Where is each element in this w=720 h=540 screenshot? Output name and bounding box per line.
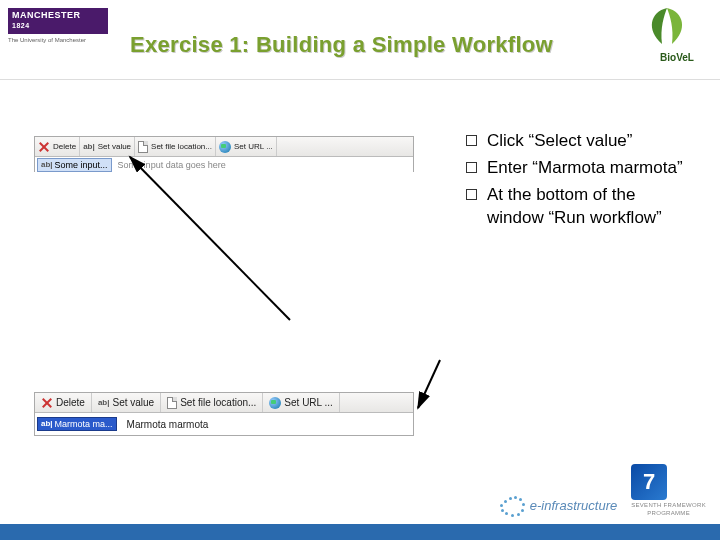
input-row: ab|Marmota ma... Marmota marmota: [35, 413, 413, 435]
toolbar: Delete ab|Set value Set file location...…: [35, 137, 413, 157]
delete-label: Delete: [53, 142, 76, 151]
dots-icon: [498, 494, 524, 516]
text-icon: ab|: [41, 159, 53, 171]
slide-title: Exercise 1: Building a Simple Workflow: [130, 32, 553, 58]
manchester-logo-title: MANCHESTER: [12, 10, 81, 20]
manchester-logo-sub: The University of Manchester: [8, 37, 108, 43]
input-port-tag[interactable]: ab|Marmota ma...: [37, 417, 117, 431]
footer-bar: [0, 524, 720, 540]
set-value-button[interactable]: ab|Set value: [80, 137, 135, 156]
set-value-button[interactable]: ab|Set value: [92, 393, 161, 412]
instructions-list: Click “Select value” Enter “Marmota marm…: [466, 130, 696, 234]
leaf-icon: [642, 6, 692, 46]
delete-icon: [41, 397, 53, 409]
input-port-label: Some input...: [55, 160, 108, 170]
set-file-button[interactable]: Set file location...: [161, 393, 263, 412]
globe-icon: [219, 141, 231, 153]
checkbox-icon: [466, 135, 477, 146]
input-port-label: Marmota ma...: [55, 419, 113, 429]
seventh-framework-logo: 7 SEVENTH FRAMEWORK PROGRAMME: [631, 464, 706, 516]
input-value: Marmota marmota: [119, 419, 209, 430]
seventh-framework-icon: 7: [631, 464, 667, 500]
list-item: At the bottom of the window “Run workflo…: [466, 184, 696, 230]
text-icon: ab|: [41, 418, 53, 430]
input-row: ab|Some input... Some input data goes he…: [35, 157, 413, 173]
input-port-tag[interactable]: ab|Some input...: [37, 158, 112, 172]
list-item: Click “Select value”: [466, 130, 696, 153]
biovel-logo: BioVeL: [642, 6, 712, 68]
delete-button[interactable]: Delete: [35, 393, 92, 412]
checkbox-icon: [466, 189, 477, 200]
set-file-label: Set file location...: [151, 142, 212, 151]
manchester-logo-year: 1824: [12, 22, 30, 29]
seventh-framework-programme: PROGRAMME: [631, 510, 706, 516]
set-url-button[interactable]: Set URL ...: [216, 137, 277, 156]
svg-line-1: [418, 360, 440, 408]
set-url-button[interactable]: Set URL ...: [263, 393, 340, 412]
instruction-text: Enter “Marmota marmota”: [487, 157, 683, 180]
instruction-text: Click “Select value”: [487, 130, 633, 153]
footer-logos: e-infrastructure 7 SEVENTH FRAMEWORK PRO…: [498, 464, 706, 516]
delete-icon: [38, 141, 50, 153]
text-icon: ab|: [83, 141, 95, 153]
checkbox-icon: [466, 162, 477, 173]
biovel-logo-text: BioVeL: [660, 52, 694, 63]
instruction-text: At the bottom of the window “Run workflo…: [487, 184, 696, 230]
set-file-label: Set file location...: [180, 397, 256, 408]
input-placeholder: Some input data goes here: [114, 160, 226, 170]
list-item: Enter “Marmota marmota”: [466, 157, 696, 180]
seven-digit: 7: [643, 469, 655, 495]
workflow-panel-after: Delete ab|Set value Set file location...…: [34, 392, 414, 436]
annotation-arrows: [0, 0, 720, 540]
set-value-label: Set value: [98, 142, 131, 151]
e-infrastructure-logo: e-infrastructure: [498, 494, 617, 516]
workflow-panel-before: Delete ab|Set value Set file location...…: [34, 136, 414, 172]
file-icon: [138, 141, 148, 153]
file-icon: [167, 397, 177, 409]
text-icon: ab|: [98, 397, 110, 409]
set-url-label: Set URL ...: [234, 142, 273, 151]
svg-line-0: [130, 157, 290, 320]
manchester-logo: MANCHESTER 1824 The University of Manche…: [8, 8, 108, 64]
set-value-label: Set value: [112, 397, 154, 408]
delete-button[interactable]: Delete: [35, 137, 80, 156]
set-url-label: Set URL ...: [284, 397, 333, 408]
delete-label: Delete: [56, 397, 85, 408]
seventh-framework-label: SEVENTH FRAMEWORK: [631, 502, 706, 508]
globe-icon: [269, 397, 281, 409]
slide-header: MANCHESTER 1824 The University of Manche…: [0, 0, 720, 80]
set-file-button[interactable]: Set file location...: [135, 137, 216, 156]
e-infrastructure-text: e-infrastructure: [530, 498, 617, 513]
toolbar: Delete ab|Set value Set file location...…: [35, 393, 413, 413]
